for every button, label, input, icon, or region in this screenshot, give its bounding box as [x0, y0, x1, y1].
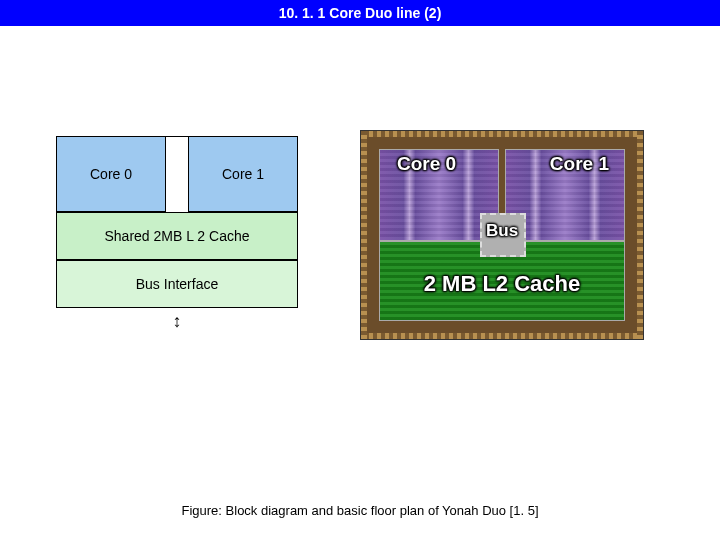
- slide-title: 10. 1. 1 Core Duo line (2): [279, 5, 442, 21]
- die-core0-label: Core 0: [397, 153, 456, 175]
- figure-caption: Figure: Block diagram and basic floor pl…: [0, 503, 720, 518]
- core-row: Core 0 Core 1: [56, 136, 298, 212]
- core1-label: Core 1: [222, 166, 264, 182]
- die-inner: Core 0 Core 1 Bus 2 MB L2 Cache: [367, 137, 637, 333]
- core-gap: [166, 136, 188, 212]
- bus-interface-box: Bus Interface: [56, 260, 298, 308]
- die-edge-right: [637, 131, 643, 339]
- die-photo: Core 0 Core 1 Bus 2 MB L2 Cache: [360, 130, 644, 340]
- bus-interface-label: Bus Interface: [136, 276, 219, 292]
- die-core1-label: Core 1: [550, 153, 609, 175]
- slide-content: Core 0 Core 1 Shared 2MB L 2 Cache Bus I…: [0, 26, 720, 496]
- bus-arrow-icon: ↕: [56, 310, 298, 332]
- block-diagram: Core 0 Core 1 Shared 2MB L 2 Cache Bus I…: [56, 136, 298, 332]
- figure-caption-text: Figure: Block diagram and basic floor pl…: [182, 503, 539, 518]
- l2-cache-label: Shared 2MB L 2 Cache: [104, 228, 249, 244]
- core0-box: Core 0: [56, 136, 166, 212]
- core1-box: Core 1: [188, 136, 298, 212]
- l2-cache-box: Shared 2MB L 2 Cache: [56, 212, 298, 260]
- slide-header: 10. 1. 1 Core Duo line (2): [0, 0, 720, 26]
- core0-label: Core 0: [90, 166, 132, 182]
- die-bus-label: Bus: [486, 221, 518, 241]
- die-cache-label: 2 MB L2 Cache: [367, 271, 637, 297]
- bus-arrow-glyph: ↕: [173, 311, 182, 331]
- die-edge-bottom: [361, 333, 643, 339]
